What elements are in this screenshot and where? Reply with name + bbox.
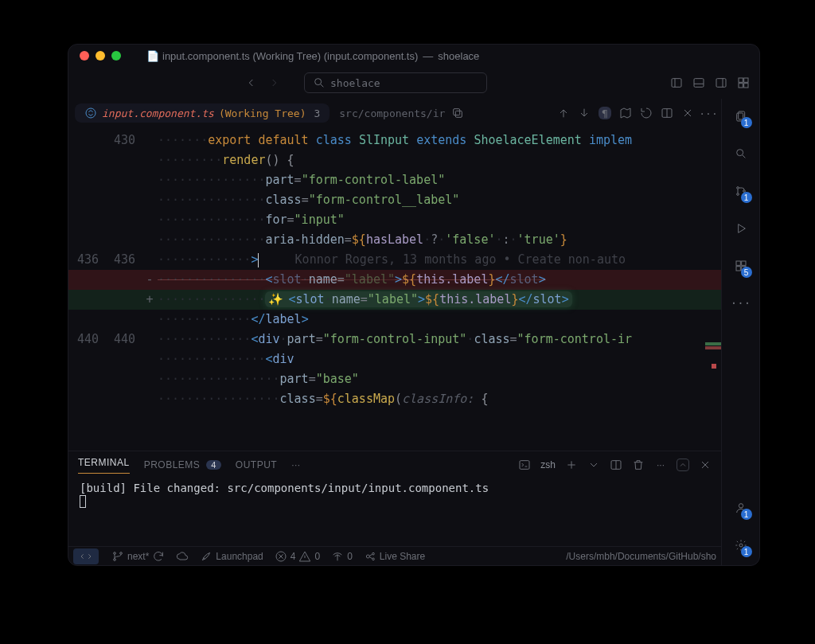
nav-forward-icon[interactable] (267, 76, 280, 89)
editor-window: 📄 input.component.ts (Working Tree) (inp… (68, 44, 760, 566)
minimap[interactable] (705, 342, 721, 369)
panel-tab-output[interactable]: OUTPUT (236, 459, 277, 470)
code-line[interactable]: ·············</label> (68, 310, 721, 330)
code-line[interactable]: ···············for="input" (68, 210, 721, 230)
panel-tab-more-icon[interactable]: ··· (291, 459, 301, 470)
code-line[interactable]: ·················class=${classMap(classI… (68, 389, 721, 409)
svg-point-25 (736, 193, 739, 196)
code-text: ·········render() { (158, 150, 721, 170)
diff-sign (142, 150, 158, 170)
diff-sign (142, 230, 158, 250)
close-tab-icon[interactable] (681, 107, 694, 119)
command-center-search[interactable]: shoelace (304, 72, 487, 93)
code-line[interactable]: 430·······export default class SlInput e… (68, 131, 721, 150)
editor-tab-active[interactable]: input.component.ts (Working Tree) 3 (75, 103, 330, 123)
activity-run-debug[interactable] (735, 222, 747, 237)
layout-sidebar-left-icon[interactable] (670, 76, 683, 89)
code-text: ···············part="form-control-label" (158, 170, 721, 190)
trash-icon[interactable] (632, 459, 645, 471)
tab-change-count: 3 (314, 107, 320, 119)
activity-more[interactable]: ··· (735, 297, 747, 310)
editor-code-area[interactable]: 430·······export default class SlInput e… (68, 127, 721, 451)
gutter-a (68, 131, 105, 150)
new-terminal-icon[interactable] (565, 459, 578, 471)
code-line[interactable]: +···············✨<slot·name="label">${th… (68, 290, 721, 310)
layout-panel-icon[interactable] (692, 76, 705, 89)
svg-point-15 (114, 558, 116, 560)
ports-status[interactable]: 0 (331, 550, 353, 563)
minimize-window-button[interactable] (96, 51, 105, 60)
breadcrumb-path[interactable]: src/components/ir (339, 107, 445, 119)
diff-sign: - (142, 270, 158, 290)
svg-rect-5 (744, 78, 748, 82)
svg-point-19 (372, 552, 374, 555)
gutter-b (105, 190, 142, 210)
code-text: ···············class="form-control__labe… (158, 190, 721, 210)
code-line[interactable]: ···············class="form-control__labe… (68, 190, 721, 210)
panel-tab-terminal[interactable]: TERMINAL (78, 457, 130, 474)
activity-explorer[interactable]: 1 (735, 110, 747, 125)
gutter-a (68, 369, 105, 389)
svg-rect-9 (456, 111, 462, 117)
code-line[interactable]: ···············<div (68, 349, 721, 369)
terminal-shell-name[interactable]: zsh (540, 459, 556, 470)
launchpad-status[interactable]: Launchpad (200, 550, 263, 563)
more-icon[interactable]: ··· (702, 107, 715, 119)
code-line[interactable]: ···············part="form-control-label" (68, 170, 721, 190)
close-panel-icon[interactable] (699, 459, 712, 471)
split-terminal-icon[interactable] (610, 459, 622, 471)
zoom-window-button[interactable] (111, 51, 121, 60)
activity-settings[interactable]: 1 (735, 539, 747, 554)
terminal-profile-icon[interactable] (518, 459, 531, 471)
git-branch-status[interactable]: next* (111, 550, 165, 563)
terminal-body[interactable]: [build] File changed: src/components/inp… (68, 478, 721, 546)
chevron-down-icon[interactable] (587, 459, 600, 471)
gutter-b (105, 369, 142, 389)
arrow-up-icon[interactable] (557, 107, 570, 119)
activity-source-control[interactable]: 1 (735, 185, 747, 200)
map-icon[interactable] (619, 107, 632, 119)
nav-back-icon[interactable] (245, 76, 258, 89)
diff-sign (142, 170, 158, 190)
code-line[interactable]: ·········render() { (68, 150, 721, 170)
close-window-button[interactable] (80, 51, 89, 60)
code-line[interactable]: 436436·············> Konnor Rogers, 13 m… (68, 250, 721, 270)
gutter-a (68, 190, 105, 210)
gutter-b: 436 (105, 250, 142, 270)
layout-sidebar-right-icon[interactable] (715, 76, 727, 89)
more-icon[interactable]: ··· (654, 459, 667, 471)
chevron-up-icon[interactable] (677, 459, 689, 471)
file-path-status[interactable]: /Users/mbh/Documents/GitHub/sho (566, 551, 716, 562)
gutter-a: 440 (68, 330, 105, 349)
activity-account[interactable]: 1 (735, 502, 747, 517)
code-text: ···············<slot·name="label">${this… (158, 270, 721, 290)
top-navigation: shoelace (68, 67, 759, 99)
code-line[interactable]: -···············<slot·name="label">${thi… (68, 270, 721, 290)
code-text: ·············<div·part="form-control-inp… (158, 330, 721, 349)
activity-extensions[interactable]: 5 (735, 260, 747, 275)
code-text: ·············> Konnor Rogers, 13 months … (158, 250, 721, 270)
gutter-b (105, 310, 142, 330)
arrow-down-icon[interactable] (578, 107, 591, 119)
code-line[interactable]: ·················part="base" (68, 369, 721, 389)
whitespace-toggle-icon[interactable]: ¶ (599, 107, 611, 119)
problems-status[interactable]: 4 0 (275, 550, 320, 563)
cloud-status[interactable] (176, 550, 189, 563)
gutter-b (105, 349, 142, 369)
revert-icon[interactable] (640, 107, 653, 119)
gutter-b (105, 290, 142, 310)
split-editor-icon[interactable] (661, 107, 673, 119)
remote-button[interactable] (73, 548, 99, 564)
layout-customize-icon[interactable] (737, 76, 750, 89)
svg-point-23 (736, 150, 743, 156)
svg-rect-10 (454, 109, 460, 115)
panel-tab-problems[interactable]: PROBLEMS 4 (144, 459, 221, 470)
activity-search[interactable] (735, 147, 747, 162)
code-line[interactable]: ···············aria-hidden=${hasLabel·?·… (68, 230, 721, 250)
copy-icon[interactable] (451, 107, 464, 119)
code-line[interactable]: 440440·············<div·part="form-contr… (68, 330, 721, 349)
antenna-icon (331, 550, 344, 563)
liveshare-status[interactable]: Live Share (364, 550, 425, 563)
diff-sign (142, 210, 158, 230)
search-icon (313, 76, 326, 89)
